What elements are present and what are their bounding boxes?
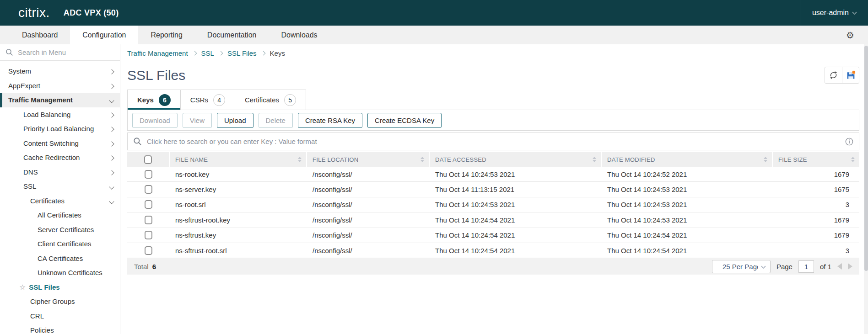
breadcrumb-ssl[interactable]: SSL: [201, 49, 214, 57]
cell-file-size: 1679: [773, 231, 859, 239]
sidebar-item-traffic-management[interactable]: Traffic Management: [0, 93, 120, 107]
main-content: Traffic Management SSL SSL Files Keys SS…: [121, 44, 868, 334]
sort-icon: [421, 157, 424, 162]
cell-file-name: ns-sftrust.key: [170, 231, 307, 239]
row-checkbox[interactable]: [145, 246, 152, 255]
table-row[interactable]: ns-server.key /nsconfig/ssl/ Thu Oct 14 …: [127, 182, 859, 197]
top-nav: Dashboard Configuration Reporting Docume…: [0, 26, 868, 44]
sidebar-search-input[interactable]: [17, 48, 114, 57]
sidebar-search[interactable]: [0, 44, 120, 61]
previous-page-icon[interactable]: [837, 263, 842, 270]
app-header: citrix. ADC VPX (50) user-admin: [0, 0, 868, 26]
column-file-name[interactable]: FILE NAME: [170, 152, 307, 167]
sidebar-item-all-certificates[interactable]: All Certificates: [0, 208, 120, 223]
row-checkbox[interactable]: [145, 185, 152, 194]
create-rsa-key-button[interactable]: Create RSA Key: [298, 113, 362, 128]
nav-dashboard[interactable]: Dashboard: [10, 26, 70, 44]
table-row[interactable]: ns-root.key /nsconfig/ssl/ Thu Oct 14 10…: [127, 167, 859, 182]
cell-file-name: ns-root.key: [170, 170, 307, 178]
cell-file-name: ns-sftrust-root.key: [170, 216, 307, 224]
sidebar-item-dns[interactable]: DNS: [0, 165, 120, 180]
certificates-count-badge: 5: [284, 94, 296, 106]
info-icon[interactable]: [845, 138, 853, 146]
breadcrumb: Traffic Management SSL SSL Files Keys: [127, 44, 859, 57]
breadcrumb-traffic-management[interactable]: Traffic Management: [127, 49, 188, 57]
row-checkbox[interactable]: [145, 200, 152, 209]
table-row[interactable]: ns-sftrust-root.srl /nsconfig/ssl/ Thu O…: [127, 243, 859, 258]
chevron-down-icon: [852, 10, 857, 14]
breadcrumb-ssl-files[interactable]: SSL Files: [227, 49, 257, 57]
csrs-count-badge: 4: [213, 94, 225, 106]
per-page-select[interactable]: 25 Per Page: [712, 260, 771, 273]
refresh-button[interactable]: [825, 67, 842, 83]
cell-file-size: 3: [773, 201, 859, 208]
cell-file-location: /nsconfig/ssl/: [307, 231, 430, 239]
tab-csrs[interactable]: CSRs 4: [180, 90, 235, 110]
cell-file-location: /nsconfig/ssl/: [307, 247, 430, 254]
cell-file-size: 1679: [773, 170, 859, 178]
sidebar-item-certificates[interactable]: Certificates: [0, 194, 120, 208]
column-file-location[interactable]: FILE LOCATION: [307, 152, 430, 167]
table-search[interactable]: [127, 133, 859, 150]
tab-certificates[interactable]: Certificates 5: [235, 90, 306, 110]
view-button[interactable]: View: [183, 113, 212, 128]
upload-button[interactable]: Upload: [217, 113, 253, 128]
citrix-logo: citrix.: [18, 5, 50, 20]
cell-date-modified: Thu Oct 14 10:24:54 2021: [602, 247, 773, 254]
search-icon: [5, 48, 13, 56]
cell-date-accessed: Thu Oct 14 10:24:53 2021: [430, 201, 602, 208]
chevron-right-icon: [109, 84, 114, 89]
save-config-button[interactable]: [842, 67, 859, 83]
column-date-modified[interactable]: DATE MODIFIED: [602, 152, 773, 167]
sidebar-item-priority-load-balancing[interactable]: Priority Load Balancing: [0, 122, 120, 136]
sidebar-item-cache-redirection[interactable]: Cache Redirection: [0, 150, 120, 165]
chevron-right-icon: [109, 112, 114, 117]
nav-configuration[interactable]: Configuration: [70, 26, 138, 44]
delete-button[interactable]: Delete: [259, 113, 293, 128]
keys-table: FILE NAME FILE LOCATION DATE ACCESSED DA…: [127, 152, 859, 275]
download-button[interactable]: Download: [132, 113, 178, 128]
select-all-checkbox[interactable]: [144, 155, 152, 164]
tab-keys[interactable]: Keys 6: [127, 90, 180, 110]
row-checkbox[interactable]: [145, 170, 152, 179]
column-date-accessed[interactable]: DATE ACCESSED: [430, 152, 602, 167]
user-menu[interactable]: user-admin: [800, 0, 868, 26]
nav-reporting[interactable]: Reporting: [138, 26, 194, 44]
sidebar-item-ssl-files[interactable]: ☆SSL Files: [0, 280, 120, 295]
save-icon: [846, 70, 856, 80]
sidebar-item-system[interactable]: System: [0, 64, 120, 79]
page-number-input[interactable]: [798, 260, 814, 273]
search-icon: [133, 137, 142, 146]
cell-file-location: /nsconfig/ssl/: [307, 170, 430, 178]
sidebar-item-client-certificates[interactable]: Client Certificates: [0, 237, 120, 251]
star-icon[interactable]: ☆: [19, 283, 26, 292]
sort-icon: [851, 157, 855, 162]
table-search-input[interactable]: [146, 137, 841, 146]
nav-documentation[interactable]: Documentation: [195, 26, 269, 44]
cell-file-location: /nsconfig/ssl/: [307, 216, 430, 224]
row-checkbox[interactable]: [145, 231, 152, 239]
sidebar-menu: System AppExpert Traffic Management Load…: [0, 61, 120, 334]
sidebar-item-unknown-certificates[interactable]: Unknown Certificates: [0, 265, 120, 280]
sidebar-item-ssl[interactable]: SSL: [0, 179, 120, 194]
sidebar-item-server-certificates[interactable]: Server Certificates: [0, 223, 120, 237]
create-ecdsa-key-button[interactable]: Create ECDSA Key: [367, 113, 442, 128]
scrollbar-thumb[interactable]: [864, 46, 868, 271]
table-row[interactable]: ns-sftrust.key /nsconfig/ssl/ Thu Oct 14…: [127, 228, 859, 243]
table-row[interactable]: ns-root.srl /nsconfig/ssl/ Thu Oct 14 10…: [127, 197, 859, 212]
nav-downloads[interactable]: Downloads: [269, 26, 329, 44]
sidebar-item-crl[interactable]: CRL: [0, 309, 120, 323]
next-page-icon[interactable]: [848, 263, 852, 270]
toolbar: Download View Upload Delete Create RSA K…: [127, 110, 859, 131]
gear-icon[interactable]: ⚙: [846, 30, 854, 41]
sidebar-item-load-balancing[interactable]: Load Balancing: [0, 107, 120, 122]
column-file-size[interactable]: FILE SIZE: [773, 152, 859, 167]
sidebar-item-appexpert[interactable]: AppExpert: [0, 79, 120, 93]
sidebar-item-policies[interactable]: Policies: [0, 323, 120, 334]
table-row[interactable]: ns-sftrust-root.key /nsconfig/ssl/ Thu O…: [127, 212, 859, 228]
sidebar-item-ca-certificates[interactable]: CA Certificates: [0, 251, 120, 266]
sidebar-item-cipher-groups[interactable]: Cipher Groups: [0, 294, 120, 309]
chevron-right-icon: [261, 51, 265, 56]
row-checkbox[interactable]: [145, 216, 152, 224]
sidebar-item-content-switching[interactable]: Content Switching: [0, 136, 120, 151]
